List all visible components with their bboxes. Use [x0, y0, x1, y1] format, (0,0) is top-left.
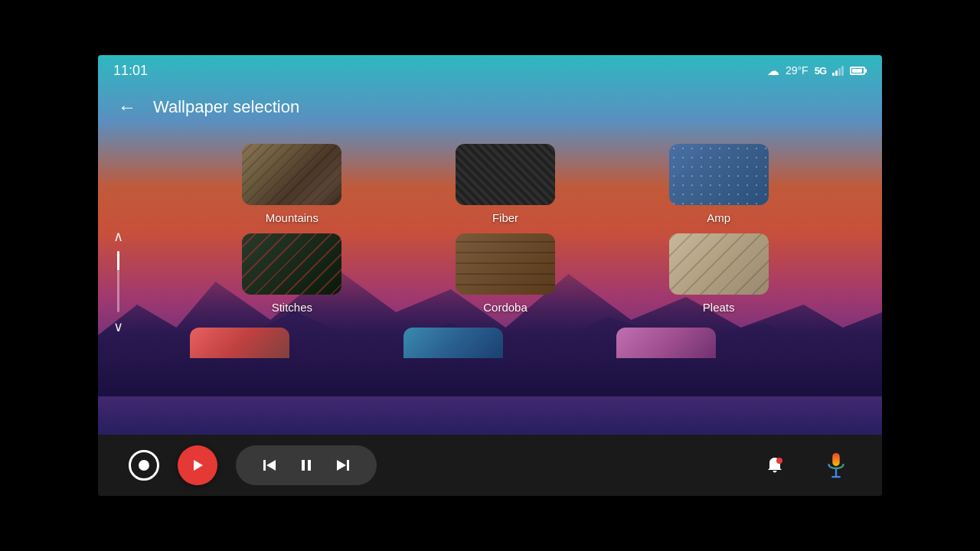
battery-icon [850, 67, 867, 75]
page-title: Wallpaper selection [153, 97, 299, 117]
bottom-toolbar [98, 435, 882, 496]
microphone-button[interactable] [821, 450, 851, 481]
record-button[interactable] [129, 450, 159, 481]
wallpaper-item-cordoba[interactable]: Cordoba [403, 233, 608, 314]
svg-rect-4 [347, 460, 349, 471]
wallpaper-thumb-cordoba [456, 233, 555, 295]
wallpaper-grid: Mountains Fiber Amp Stitches Cordoba Ple [98, 136, 882, 321]
pause-button[interactable] [288, 445, 325, 485]
svg-marker-5 [337, 460, 346, 471]
wallpaper-item-mountains[interactable]: Mountains [190, 144, 394, 224]
svg-rect-0 [263, 460, 266, 471]
pause-icon [298, 457, 315, 474]
weather-icon: ☁ [767, 64, 779, 78]
wallpaper-thumb-amp [669, 144, 769, 205]
phone-frame: 11:01 ☁ 29°F 5G ← Wallpaper selection ∧ [98, 55, 882, 496]
skip-next-icon [335, 457, 351, 474]
svg-marker-1 [266, 460, 276, 471]
partial-item-3[interactable] [616, 328, 821, 358]
toolbar-right [760, 450, 851, 481]
skip-next-button[interactable] [325, 445, 361, 485]
play-icon [190, 458, 205, 473]
svg-point-6 [776, 458, 782, 464]
wallpaper-name-pleats: Pleats [703, 301, 735, 314]
svg-rect-2 [302, 460, 305, 471]
skip-previous-button[interactable] [251, 445, 288, 485]
back-button[interactable]: ← [113, 93, 141, 121]
status-right: ☁ 29°F 5G [767, 64, 867, 78]
partial-item-1[interactable] [190, 328, 394, 358]
content-area: ∧ ∨ Mountains Fiber Amp Stitches [98, 129, 882, 435]
scroll-down-button[interactable]: ∨ [113, 318, 123, 335]
svg-rect-3 [308, 460, 311, 471]
wallpaper-name-stitches: Stitches [272, 301, 312, 314]
play-button[interactable] [178, 445, 217, 485]
toolbar-left [129, 445, 377, 485]
back-arrow-icon: ← [118, 96, 136, 118]
wallpaper-thumb-mountains [242, 144, 341, 205]
status-bar: 11:01 ☁ 29°F 5G [98, 55, 882, 86]
microphone-icon [825, 452, 847, 478]
skip-prev-icon [261, 457, 278, 474]
signal-bars [832, 65, 844, 76]
wallpaper-item-stitches[interactable]: Stitches [190, 233, 394, 314]
svg-rect-7 [832, 453, 839, 466]
bell-icon [764, 455, 786, 476]
wallpaper-name-fiber: Fiber [492, 211, 518, 224]
temperature: 29°F [786, 64, 808, 77]
wallpaper-thumb-stitches [242, 233, 341, 295]
partial-thumb-2 [403, 328, 503, 358]
wallpaper-name-mountains: Mountains [266, 211, 318, 224]
wallpaper-item-amp[interactable]: Amp [616, 144, 821, 224]
partial-row [98, 328, 882, 358]
wallpaper-name-amp: Amp [707, 211, 730, 224]
scroll-thumb [117, 251, 119, 270]
wallpaper-item-fiber[interactable]: Fiber [403, 144, 608, 224]
wallpaper-thumb-fiber [456, 144, 555, 205]
media-controls [236, 445, 377, 485]
notification-button[interactable] [760, 450, 790, 481]
partial-item-2[interactable] [403, 328, 608, 358]
wallpaper-name-cordoba: Cordoba [483, 301, 528, 314]
partial-thumb-1 [190, 328, 289, 358]
scroll-indicator: ∧ ∨ [113, 228, 123, 335]
record-indicator [139, 460, 149, 471]
status-time: 11:01 [113, 63, 148, 79]
network-type: 5G [815, 65, 826, 77]
partial-thumb-3 [616, 328, 716, 358]
scroll-track [117, 251, 119, 312]
scroll-up-button[interactable]: ∧ [113, 228, 123, 245]
wallpaper-thumb-pleats [669, 233, 769, 295]
nav-header: ← Wallpaper selection [98, 86, 882, 129]
wallpaper-item-pleats[interactable]: Pleats [616, 233, 821, 314]
